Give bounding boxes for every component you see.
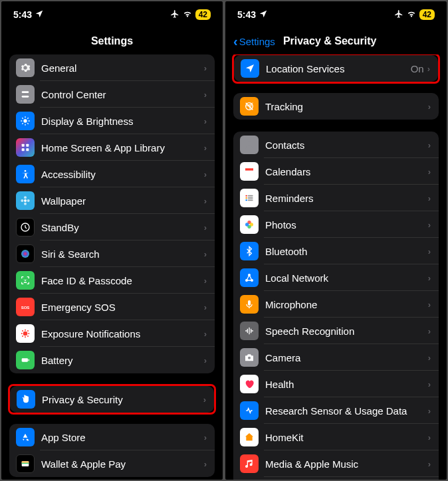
row-files-and-folders[interactable]: Files and Folders›: [233, 477, 439, 480]
svg-point-20: [28, 333, 29, 334]
row-speech-recognition[interactable]: Speech Recognition›: [233, 318, 439, 344]
settings-list[interactable]: General›Control Center›Display & Brightn…: [1, 54, 223, 480]
reminders-icon: [240, 189, 259, 207]
svg-point-9: [24, 196, 27, 199]
row-label: StandBy: [41, 222, 204, 233]
row-homekit[interactable]: HomeKit›: [233, 424, 439, 450]
row-face-id-passcode[interactable]: Face ID & Passcode›: [9, 267, 215, 294]
row-standby[interactable]: StandBy›: [9, 214, 215, 241]
row-contacts[interactable]: Contacts›: [233, 132, 439, 158]
row-research-sensor-usage-data[interactable]: Research Sensor & Usage Data›: [233, 397, 439, 424]
row-emergency-sos[interactable]: SOSEmergency SOS›: [9, 294, 215, 320]
chevron-right-icon: ›: [428, 459, 431, 469]
chevron-right-icon: ›: [428, 353, 431, 363]
row-microphone[interactable]: Microphone›: [233, 291, 439, 318]
row-app-store[interactable]: App Store›: [9, 424, 215, 450]
row-privacy-security[interactable]: Privacy & Security›: [10, 386, 214, 413]
row-display-brightness[interactable]: Display & Brightness›: [9, 108, 215, 134]
row-label: Local Network: [265, 272, 428, 284]
chevron-right-icon: ›: [204, 90, 207, 100]
row-home-screen-app-library[interactable]: Home Screen & App Library›: [9, 134, 215, 161]
wifi-icon: [407, 9, 416, 21]
airplane-mode-icon: [170, 9, 179, 21]
battery-icon: [16, 351, 35, 369]
music-icon: [240, 454, 259, 473]
settings-screen: 5:43 42 Settings General›Control Center›…: [1, 1, 223, 480]
wifi-icon: [183, 9, 192, 21]
row-health[interactable]: Health›: [233, 371, 439, 397]
row-location-services[interactable]: Location ServicesOn›: [234, 55, 438, 82]
svg-rect-42: [248, 300, 251, 306]
svg-point-23: [22, 336, 23, 337]
svg-point-8: [24, 199, 27, 202]
network-icon: [240, 268, 259, 287]
row-wallpaper[interactable]: Wallpaper›: [9, 187, 215, 214]
chevron-right-icon: ›: [204, 276, 207, 286]
svg-point-24: [27, 330, 29, 332]
svg-point-16: [23, 332, 28, 336]
row-reminders[interactable]: Reminders›: [233, 185, 439, 211]
row-accessibility[interactable]: Accessibility›: [9, 161, 215, 187]
row-label: Speech Recognition: [265, 326, 428, 337]
row-exposure-notifications[interactable]: Exposure Notifications›: [9, 320, 215, 347]
wallet-icon: [16, 454, 35, 473]
svg-rect-0: [22, 91, 29, 93]
grid-icon: [16, 138, 35, 157]
row-label: Siri & Search: [41, 248, 204, 260]
row-general[interactable]: General›: [9, 54, 215, 81]
svg-point-22: [27, 336, 29, 337]
flower-icon: [16, 191, 35, 210]
status-time: 5:43: [13, 9, 32, 20]
privacy-list[interactable]: Location ServicesOn›Tracking›Contacts›Ca…: [225, 54, 447, 480]
row-control-center[interactable]: Control Center›: [9, 81, 215, 108]
row-label: Wallet & Apple Pay: [41, 458, 204, 470]
row-label: Tracking: [265, 101, 428, 112]
row-camera[interactable]: Camera›: [233, 344, 439, 371]
chevron-right-icon: ›: [428, 300, 431, 310]
row-media-apple-music[interactable]: Media & Apple Music›: [233, 450, 439, 477]
chevron-right-icon: ›: [428, 193, 431, 203]
svg-rect-4: [26, 144, 29, 147]
health-icon: [240, 375, 259, 393]
row-label: Accessibility: [41, 169, 204, 180]
back-button[interactable]: ‹ Settings: [233, 35, 275, 48]
row-tracking[interactable]: Tracking›: [233, 93, 439, 120]
row-wallet-apple-pay[interactable]: Wallet & Apple Pay›: [9, 450, 215, 477]
appstore-icon: [16, 428, 35, 446]
mic-icon: [240, 295, 259, 314]
clock-icon: [16, 218, 35, 237]
chevron-right-icon: ›: [428, 379, 431, 389]
row-bluetooth[interactable]: Bluetooth›: [233, 238, 439, 264]
calendar-icon: [240, 162, 259, 181]
settings-group: Privacy & Security›: [10, 386, 214, 413]
page-title: Privacy & Security: [283, 35, 377, 47]
row-label: Wallpaper: [41, 195, 204, 207]
svg-point-18: [25, 336, 26, 337]
row-label: Location Services: [266, 63, 411, 74]
row-photos[interactable]: Photos›: [233, 211, 439, 238]
row-local-network[interactable]: Local Network›: [233, 264, 439, 291]
row-battery[interactable]: Battery›: [9, 347, 215, 373]
svg-point-10: [24, 203, 27, 205]
row-label: General: [41, 62, 204, 74]
siri-icon: [16, 244, 35, 263]
row-label: Emergency SOS: [41, 302, 204, 313]
chevron-right-icon: ›: [204, 63, 207, 73]
hand-icon: [17, 390, 35, 409]
tracking-icon: [240, 97, 259, 116]
accessibility-icon: [16, 165, 35, 183]
row-siri-search[interactable]: Siri & Search›: [9, 241, 215, 267]
settings-group: Contacts›Calendars›Reminders›Photos›Blue…: [233, 132, 439, 480]
chevron-right-icon: ›: [204, 302, 207, 312]
row-calendars[interactable]: Calendars›: [233, 158, 439, 185]
settings-group: Location ServicesOn›: [234, 55, 438, 82]
row-label: Display & Brightness: [41, 116, 204, 127]
svg-text:SOS: SOS: [21, 306, 30, 310]
row-value: On: [411, 63, 424, 74]
chevron-right-icon: ›: [428, 406, 431, 416]
chevron-right-icon: ›: [204, 143, 207, 153]
chevron-right-icon: ›: [428, 273, 431, 283]
chevron-right-icon: ›: [204, 329, 207, 339]
row-label: Control Center: [41, 89, 204, 100]
svg-point-7: [25, 170, 27, 172]
